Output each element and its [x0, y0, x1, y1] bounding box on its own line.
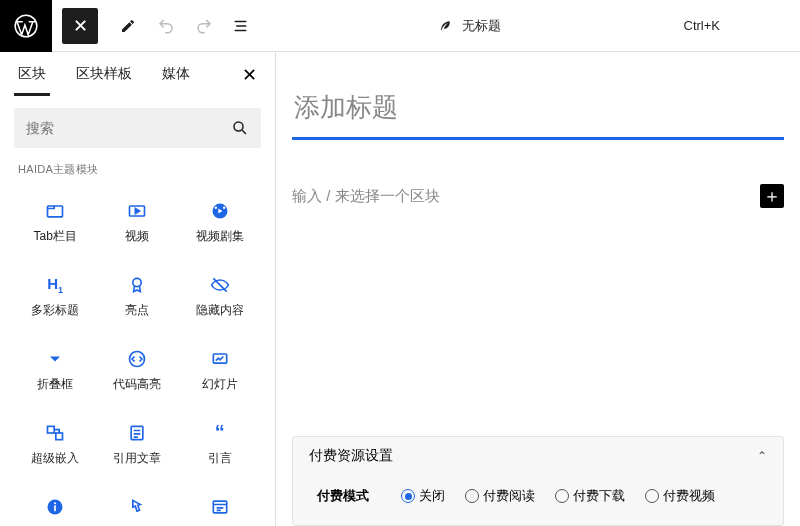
svg-rect-14 — [54, 505, 56, 511]
paid-mode-options: 关闭付费阅读付费下载付费视频 — [401, 487, 715, 505]
radio-label: 付费视频 — [663, 487, 715, 505]
block-item-slides[interactable]: 幻灯片 — [179, 333, 261, 407]
block-section-title: HAIDA主题模块 — [18, 162, 261, 177]
block-label: 视频 — [125, 228, 149, 245]
block-item-embed[interactable]: 超级嵌入 — [14, 407, 96, 481]
block-grid: Tab栏目视频视频剧集H1多彩标题亮点隐藏内容折叠框代码高亮幻灯片超级嵌入引用文… — [14, 185, 261, 526]
svg-rect-9 — [213, 354, 226, 363]
collapse-icon — [44, 348, 66, 370]
radio-label: 付费阅读 — [483, 487, 535, 505]
post-title-input[interactable] — [292, 92, 784, 140]
svg-point-6 — [223, 206, 226, 209]
document-outline-icon[interactable] — [228, 12, 256, 40]
radio-icon — [465, 489, 479, 503]
block-search[interactable] — [14, 108, 261, 148]
svg-point-1 — [234, 122, 243, 131]
svg-point-7 — [133, 278, 141, 286]
edit-tool-icon[interactable] — [114, 12, 142, 40]
block-label: 幻灯片 — [202, 376, 238, 393]
svg-rect-10 — [48, 426, 55, 433]
radio-icon — [401, 489, 415, 503]
buttons-icon — [126, 496, 148, 518]
block-label: 亮点 — [125, 302, 149, 319]
block-item-collapse[interactable]: 折叠框 — [14, 333, 96, 407]
radio-label: 付费下载 — [573, 487, 625, 505]
paid-option-3[interactable]: 付费视频 — [645, 487, 715, 505]
inserter-scroll[interactable]: HAIDA主题模块 Tab栏目视频视频剧集H1多彩标题亮点隐藏内容折叠框代码高亮… — [0, 98, 275, 526]
paid-option-2[interactable]: 付费下载 — [555, 487, 625, 505]
block-label: 超级嵌入 — [31, 450, 79, 467]
slides-icon — [209, 348, 231, 370]
radio-label: 关闭 — [419, 487, 445, 505]
redo-icon[interactable] — [190, 12, 218, 40]
tab-blocks[interactable]: 区块 — [14, 55, 50, 96]
svg-rect-11 — [56, 433, 63, 440]
top-toolbar: ✕ 无标题 Ctrl+K — [0, 0, 800, 52]
paid-panel-header[interactable]: 付费资源设置 ⌃ — [293, 437, 783, 475]
block-item-tabs[interactable]: Tab栏目 — [14, 185, 96, 259]
block-label: Tab栏目 — [33, 228, 76, 245]
block-label: 引用文章 — [113, 450, 161, 467]
main-area: 区块 区块样板 媒体 ✕ HAIDA主题模块 Tab栏目视频视频剧集H1多彩标题… — [0, 52, 800, 526]
block-inserter-panel: 区块 区块样板 媒体 ✕ HAIDA主题模块 Tab栏目视频视频剧集H1多彩标题… — [0, 52, 276, 526]
block-item-h1[interactable]: H1多彩标题 — [14, 259, 96, 333]
tab-media[interactable]: 媒体 — [158, 55, 194, 96]
paid-panel-title: 付费资源设置 — [309, 447, 393, 465]
document-title: 无标题 — [462, 17, 501, 35]
inserter-tabs: 区块 区块样板 媒体 ✕ — [0, 52, 275, 98]
block-item-video-series[interactable]: 视频剧集 — [179, 185, 261, 259]
toggle-inserter-button[interactable]: ✕ — [62, 8, 98, 44]
embed-icon — [44, 422, 66, 444]
block-item-video[interactable]: 视频 — [96, 185, 178, 259]
chevron-up-icon: ⌃ — [757, 449, 767, 463]
paid-panel-body: 付费模式 关闭付费阅读付费下载付费视频 — [293, 475, 783, 525]
block-item-buttons[interactable]: 按钮组 — [96, 481, 178, 526]
block-item-code[interactable]: 代码高亮 — [96, 333, 178, 407]
block-item-info[interactable]: 提醒框 — [14, 481, 96, 526]
quote-icon: “ — [209, 422, 231, 444]
paragraph-placeholder: 输入 / 来选择一个区块 — [292, 187, 760, 206]
svg-point-5 — [214, 206, 217, 209]
block-label: 多彩标题 — [31, 302, 79, 319]
feather-icon — [438, 19, 452, 33]
search-input[interactable] — [26, 120, 231, 136]
eye-slash-icon — [209, 274, 231, 296]
badge-icon — [126, 274, 148, 296]
video-series-icon — [209, 200, 231, 222]
radio-icon — [645, 489, 659, 503]
modal-icon — [209, 496, 231, 518]
undo-icon[interactable] — [152, 12, 180, 40]
svg-point-15 — [54, 502, 56, 504]
search-icon — [231, 119, 249, 137]
add-block-button[interactable]: ＋ — [760, 184, 784, 208]
video-icon — [126, 200, 148, 222]
command-shortcut: Ctrl+K — [684, 18, 720, 33]
paid-mode-label: 付费模式 — [317, 487, 369, 505]
document-title-bar[interactable]: 无标题 — [256, 17, 684, 35]
wordpress-logo[interactable] — [0, 0, 52, 52]
block-item-eye-slash[interactable]: 隐藏内容 — [179, 259, 261, 333]
block-label: 引言 — [208, 450, 232, 467]
block-item-modal[interactable]: 模态框 — [179, 481, 261, 526]
info-icon — [44, 496, 66, 518]
block-label: 视频剧集 — [196, 228, 244, 245]
block-item-quote[interactable]: “引言 — [179, 407, 261, 481]
editor-canvas: 输入 / 来选择一个区块 ＋ 付费资源设置 ⌃ 付费模式 关闭付费阅读付费下载付… — [276, 52, 800, 526]
block-label: 代码高亮 — [113, 376, 161, 393]
block-item-badge[interactable]: 亮点 — [96, 259, 178, 333]
toolbar-tools — [114, 12, 256, 40]
code-icon — [126, 348, 148, 370]
paid-option-0[interactable]: 关闭 — [401, 487, 445, 505]
radio-icon — [555, 489, 569, 503]
block-label: 隐藏内容 — [196, 302, 244, 319]
block-label: 折叠框 — [37, 376, 73, 393]
tabs-icon — [44, 200, 66, 222]
close-inserter-icon[interactable]: ✕ — [238, 60, 261, 90]
h1-icon: H1 — [44, 274, 66, 296]
default-block-appender[interactable]: 输入 / 来选择一个区块 ＋ — [292, 184, 784, 208]
block-item-quote-doc[interactable]: 引用文章 — [96, 407, 178, 481]
tab-patterns[interactable]: 区块样板 — [72, 55, 136, 96]
paid-option-1[interactable]: 付费阅读 — [465, 487, 535, 505]
paid-resource-panel: 付费资源设置 ⌃ 付费模式 关闭付费阅读付费下载付费视频 — [292, 436, 784, 526]
quote-doc-icon — [126, 422, 148, 444]
